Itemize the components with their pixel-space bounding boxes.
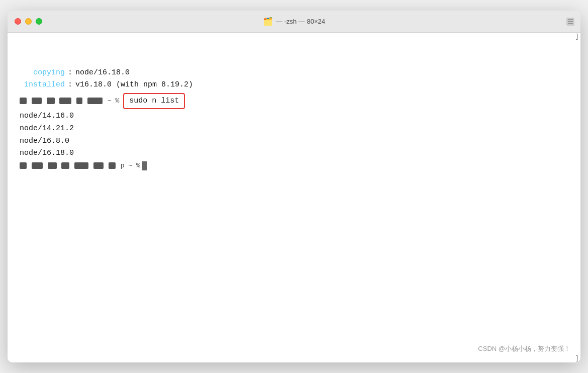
colon-2: : [68, 79, 72, 91]
installed-value: v16.18.0 (with npm 8.19.2) [75, 79, 193, 91]
installed-line: installed : v16.18.0 (with npm 8.19.2) [20, 79, 568, 91]
terminal-cursor [142, 161, 147, 170]
svg-rect-2 [568, 23, 573, 24]
scrollbar[interactable]: ] ] [573, 33, 580, 362]
folder-icon: 🗂️ [263, 17, 273, 26]
title-bar: 🗂️ — -zsh — 80×24 [8, 11, 580, 33]
installed-label: installed [20, 79, 65, 91]
scrollbar-bottom: ] [575, 355, 578, 361]
command-prompt-line: ~ % sudo n list [20, 93, 568, 109]
traffic-lights [15, 18, 42, 25]
node-item-2: node/14.21.2 [20, 123, 568, 135]
minimize-button[interactable] [25, 18, 32, 25]
svg-rect-0 [568, 19, 573, 20]
window-title: 🗂️ — -zsh — 80×24 [263, 17, 325, 26]
node-list: node/14.16.0 node/14.21.2 node/16.8.0 no… [20, 110, 568, 160]
colon-1: : [68, 67, 72, 79]
second-prompt-prefix: p ~ % [20, 161, 140, 171]
prompt-prefix: ~ % [20, 96, 119, 107]
highlighted-command: sudo n list [123, 93, 185, 109]
node-item-1: node/14.16.0 [20, 110, 568, 123]
scrollbar-top: ] [575, 34, 578, 40]
second-prompt-line: p ~ % [20, 161, 568, 171]
title-right-controls [566, 18, 574, 26]
close-button[interactable] [15, 18, 21, 25]
copying-line: copying : node/16.18.0 [20, 67, 568, 79]
terminal-body[interactable]: copying : node/16.18.0 installed : v16.1… [8, 33, 580, 362]
terminal-window: 🗂️ — -zsh — 80×24 copying : node/16.18.0 [8, 11, 580, 362]
copying-label: copying [20, 67, 65, 79]
watermark: CSDN @小杨小杨，努力变强！ [478, 344, 570, 354]
resize-icon[interactable] [566, 18, 574, 26]
maximize-button[interactable] [36, 18, 42, 25]
svg-rect-1 [568, 21, 573, 22]
node-item-3: node/16.8.0 [20, 135, 568, 148]
node-item-4: node/16.18.0 [20, 147, 568, 160]
window-title-text: — -zsh — 80×24 [276, 18, 325, 25]
copying-value: node/16.18.0 [75, 67, 130, 79]
